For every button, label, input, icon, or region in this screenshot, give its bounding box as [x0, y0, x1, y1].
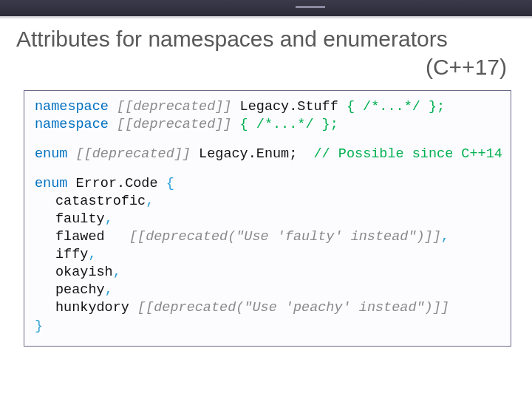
title-underline [0, 16, 532, 18]
enum-item: catastrofic, [35, 193, 500, 211]
top-bar [0, 0, 532, 17]
accent-segment [296, 6, 325, 8]
enum-item: okayish, [35, 264, 500, 282]
enum-item: flawed [[deprecated("Use 'faulty' instea… [35, 228, 500, 246]
enum-item: faulty, [35, 211, 500, 228]
enum-item: iffy, [35, 246, 500, 264]
code-line: } [35, 318, 500, 335]
enum-item: hunkydory [[deprecated("Use 'peachy' ins… [35, 299, 500, 317]
title-line-1: Attributes for namespaces and enumerator… [16, 25, 516, 53]
slide-title: Attributes for namespaces and enumerator… [16, 25, 516, 82]
code-line: namespace [[deprecated]] { /*...*/ }; [35, 116, 500, 134]
code-box: namespace [[deprecated]] Legacy.Stuff { … [24, 90, 511, 347]
slide: Attributes for namespaces and enumerator… [0, 0, 532, 399]
code-line: enum [[deprecated]] Legacy.Enum; // Poss… [35, 146, 500, 163]
title-line-2: (C++17) [16, 53, 516, 81]
code-line: enum Error.Code { [35, 175, 500, 193]
enum-item: peachy, [35, 282, 500, 299]
code-line: namespace [[deprecated]] Legacy.Stuff { … [35, 98, 500, 116]
